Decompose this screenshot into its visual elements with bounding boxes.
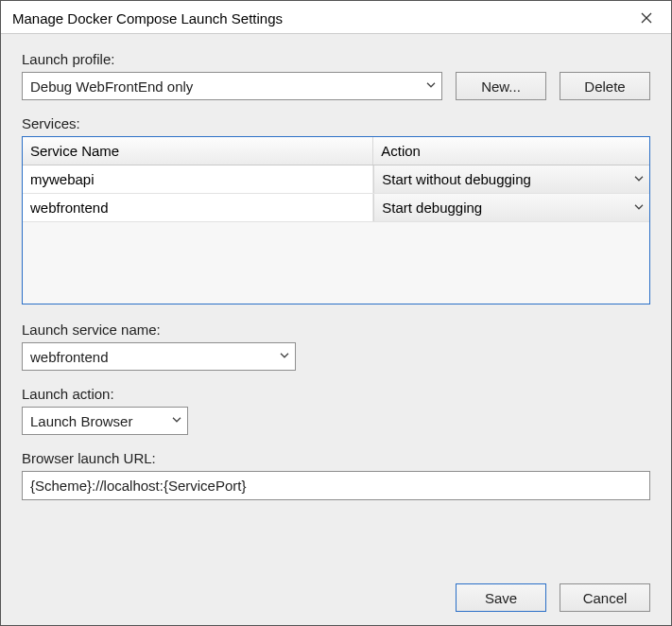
- titlebar: Manage Docker Compose Launch Settings: [1, 1, 671, 34]
- col-header-action[interactable]: Action: [373, 137, 649, 165]
- launch-action-label: Launch action:: [22, 386, 650, 402]
- chevron-down-icon: [634, 169, 644, 185]
- dialog-content: Launch profile: Debug WebFrontEnd only N…: [1, 34, 671, 625]
- services-grid: Service Name Action mywebapi Start witho…: [22, 136, 650, 304]
- launch-profile-dropdown[interactable]: Debug WebFrontEnd only: [22, 72, 442, 100]
- window-title: Manage Docker Compose Launch Settings: [12, 10, 283, 26]
- launch-action-dropdown[interactable]: Launch Browser: [22, 407, 188, 435]
- dialog-footer: Save Cancel: [22, 566, 650, 612]
- grid-header: Service Name Action: [23, 137, 649, 165]
- save-button[interactable]: Save: [456, 583, 546, 612]
- launch-action-value: Launch Browser: [30, 413, 132, 429]
- service-name-cell: webfrontend: [23, 194, 373, 221]
- table-row[interactable]: mywebapi Start without debugging: [23, 165, 649, 194]
- col-header-service-name[interactable]: Service Name: [23, 137, 373, 165]
- chevron-down-icon: [172, 411, 181, 427]
- browser-launch-url-input[interactable]: [22, 471, 650, 500]
- launch-profile-label: Launch profile:: [22, 51, 650, 67]
- chevron-down-icon: [634, 198, 644, 214]
- launch-profile-value: Debug WebFrontEnd only: [30, 78, 193, 95]
- delete-button-label: Delete: [584, 78, 625, 95]
- profile-row: Debug WebFrontEnd only New... Delete: [22, 72, 650, 100]
- service-action-value: Start debugging: [382, 200, 482, 216]
- delete-button[interactable]: Delete: [560, 72, 650, 100]
- cancel-button[interactable]: Cancel: [560, 583, 650, 612]
- new-button-label: New...: [481, 78, 521, 95]
- launch-service-name-label: Launch service name:: [22, 322, 650, 338]
- launch-service-name-value: webfrontend: [30, 349, 109, 365]
- close-button[interactable]: [633, 7, 660, 29]
- save-button-label: Save: [485, 590, 517, 606]
- services-label: Services:: [22, 115, 650, 131]
- cancel-button-label: Cancel: [583, 590, 628, 606]
- service-action-dropdown[interactable]: Start debugging: [373, 194, 649, 221]
- chevron-down-icon: [280, 347, 289, 363]
- table-row[interactable]: webfrontend Start debugging: [23, 194, 649, 222]
- service-action-value: Start without debugging: [382, 171, 531, 187]
- launch-service-name-dropdown[interactable]: webfrontend: [22, 342, 296, 371]
- service-name-cell: mywebapi: [23, 165, 373, 193]
- new-button[interactable]: New...: [456, 72, 546, 100]
- browser-launch-url-label: Browser launch URL:: [22, 450, 650, 466]
- service-action-dropdown[interactable]: Start without debugging: [373, 165, 649, 193]
- chevron-down-icon: [426, 77, 436, 93]
- close-icon: [641, 10, 652, 26]
- dialog-window: Manage Docker Compose Launch Settings La…: [0, 0, 672, 626]
